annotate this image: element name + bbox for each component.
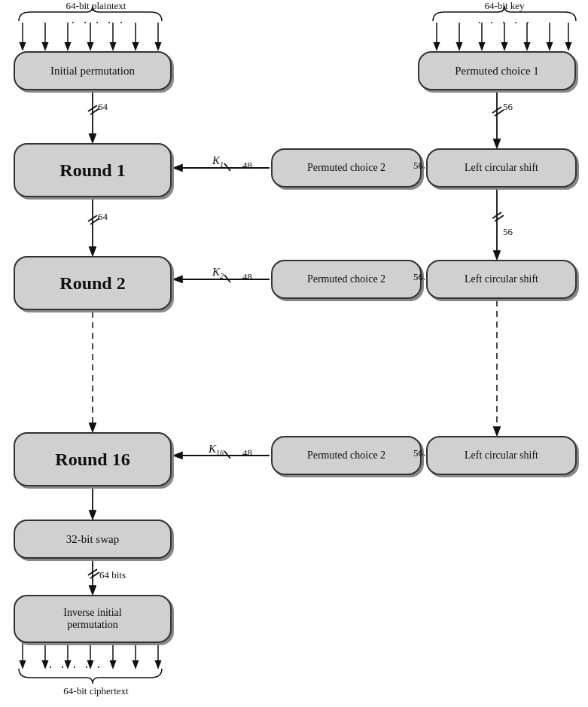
permuted-choice1-label: Permuted choice 1 bbox=[455, 65, 539, 78]
permuted-choice1-box: Permuted choice 1 bbox=[418, 51, 576, 90]
perm-choice2-r2-label: Permuted choice 2 bbox=[307, 273, 385, 285]
k1-label: K1 bbox=[212, 154, 224, 169]
inverse-perm-box: Inverse initial permutation bbox=[14, 595, 172, 643]
ciphertext-dots: · · · · · bbox=[49, 661, 103, 675]
perm-choice2-r1-box: Permuted choice 2 bbox=[271, 148, 422, 187]
svg-line-28 bbox=[492, 212, 501, 218]
initial-permutation-box: Initial permutation bbox=[14, 51, 172, 90]
plaintext-label: 64-bit plaintext bbox=[38, 0, 154, 12]
initial-permutation-label: Initial permutation bbox=[50, 65, 135, 78]
ciphertext-label: 64-bit ciphertext bbox=[38, 685, 154, 697]
bits48-r1-label: 48 bbox=[242, 160, 252, 172]
lcs-r16-box: Left circular shift bbox=[426, 436, 577, 475]
round16-label: Round 16 bbox=[55, 449, 129, 470]
perm-choice2-r2-box: Permuted choice 2 bbox=[271, 260, 422, 299]
diagram: Initial permutation Permuted choice 1 Ro… bbox=[0, 0, 588, 707]
svg-line-29 bbox=[495, 215, 504, 221]
bits56-r2-label: 56 bbox=[413, 271, 423, 283]
perm-choice2-r16-box: Permuted choice 2 bbox=[271, 436, 422, 475]
bits56-r1-label: 56 bbox=[413, 160, 423, 172]
round16-box: Round 16 bbox=[14, 432, 172, 486]
svg-line-43 bbox=[90, 572, 99, 578]
svg-line-39 bbox=[224, 451, 230, 459]
inverse-perm-label: Inverse initial permutation bbox=[63, 607, 121, 631]
plaintext-dots: · · · · · bbox=[72, 17, 126, 30]
k16-label: K16 bbox=[209, 443, 224, 457]
swap-box: 32-bit swap bbox=[14, 520, 172, 559]
key-dots: · · · · · bbox=[478, 17, 532, 30]
perm-choice2-r1-label: Permuted choice 2 bbox=[307, 162, 385, 174]
perm-choice2-r16-label: Permuted choice 2 bbox=[307, 449, 385, 462]
bits48-r16-label: 48 bbox=[242, 447, 252, 459]
bits56-lcs1-lcs2-label: 56 bbox=[503, 226, 513, 238]
lcs-r2-box: Left circular shift bbox=[426, 260, 577, 299]
round1-label: Round 1 bbox=[59, 160, 125, 181]
svg-line-42 bbox=[88, 569, 97, 575]
bits64-after-ip-label: 64 bbox=[98, 101, 108, 113]
bits56-after-pc1-label: 56 bbox=[503, 101, 513, 113]
svg-line-15 bbox=[88, 105, 97, 111]
lcs-r16-label: Left circular shift bbox=[465, 449, 538, 462]
bits56-r16-label: 56 bbox=[413, 447, 423, 459]
swap-label: 32-bit swap bbox=[66, 533, 119, 546]
lcs-r1-box: Left circular shift bbox=[426, 148, 577, 187]
round1-box: Round 1 bbox=[14, 143, 172, 197]
bits64-bits-label: 64 bits bbox=[99, 569, 126, 581]
svg-line-33 bbox=[224, 275, 230, 282]
bits48-r2-label: 48 bbox=[242, 271, 252, 283]
lcs-r1-label: Left circular shift bbox=[465, 162, 538, 174]
round2-label: Round 2 bbox=[59, 273, 125, 294]
lcs-r2-label: Left circular shift bbox=[465, 273, 538, 285]
k2-label: K2 bbox=[212, 266, 224, 280]
bits64-after-r1-label: 64 bbox=[98, 211, 108, 223]
svg-line-25 bbox=[88, 215, 97, 221]
key-label: 64-bit key bbox=[452, 0, 557, 12]
svg-line-23 bbox=[224, 163, 230, 171]
round2-box: Round 2 bbox=[14, 256, 172, 310]
svg-line-18 bbox=[492, 107, 501, 113]
